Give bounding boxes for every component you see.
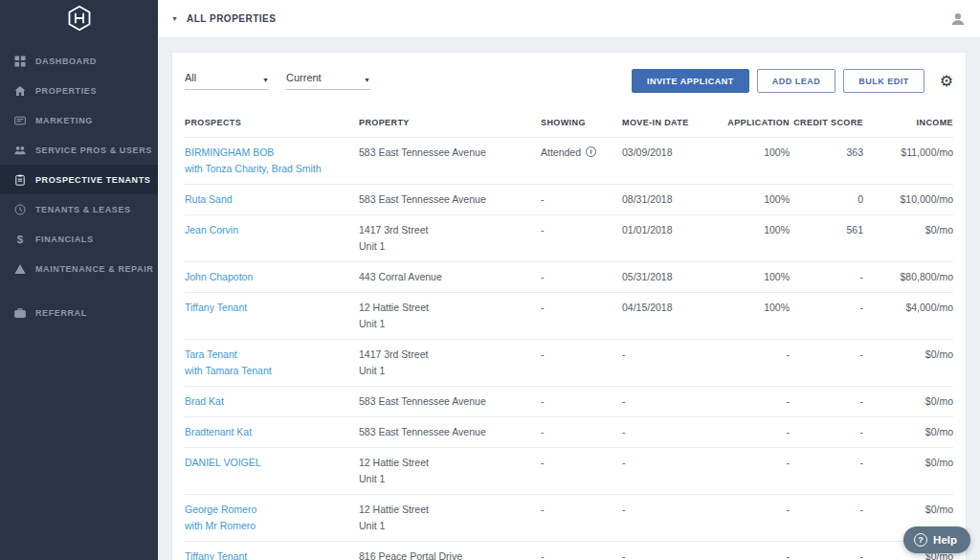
col-header-property: PROPERTY	[359, 118, 541, 127]
prospect-cell: Bradtenant Kat	[185, 424, 359, 440]
prospect-name-link[interactable]: Brad Kat	[185, 393, 359, 410]
marketing-icon	[13, 114, 26, 126]
credit-score-cell: -	[790, 269, 863, 285]
caret-down-icon: ▼	[262, 77, 269, 83]
property-unit: Unit 1	[359, 518, 541, 534]
property-unit: Unit 1	[359, 238, 541, 255]
prospect-co-applicants: with Tonza Charity, Brad Smith	[185, 161, 359, 177]
property-address: 583 East Tennessee Avenue	[359, 393, 541, 410]
status-filter-select[interactable]: Current ▼	[286, 72, 370, 90]
prospect-name-link[interactable]: DANIEL VOIGEL	[185, 455, 359, 471]
property-cell: 583 East Tennessee Avenue	[359, 393, 541, 410]
property-address: 443 Corral Avenue	[359, 269, 541, 285]
application-cell: -	[718, 393, 790, 410]
application-cell: 100%	[718, 145, 790, 177]
status-filter-value: Current	[286, 72, 322, 83]
toolbar: All ▼ Current ▼ INVITE APPLICANT ADD LEA…	[185, 53, 953, 105]
property-selector-dropdown[interactable]: ▼ ALL PROPERTIES	[171, 13, 276, 24]
sidebar-item-dashboard[interactable]: DASHBOARD	[0, 46, 158, 76]
sidebar-item-service-pros-users[interactable]: SERVICE PROS & USERS	[0, 135, 158, 165]
prospect-name-link[interactable]: BIRMINGHAM BOB	[185, 145, 359, 161]
sidebar-item-maintenance-repair[interactable]: MAINTENANCE & REPAIR	[0, 254, 158, 283]
application-cell: -	[718, 347, 790, 379]
table-row[interactable]: Bradtenant Kat 583 East Tennessee Avenue…	[185, 417, 953, 448]
property-filter-value: All	[185, 72, 196, 83]
col-header-showing: SHOWING	[541, 118, 622, 127]
property-filter-select[interactable]: All ▼	[185, 72, 269, 90]
sidebar-item-referral[interactable]: REFERRAL	[0, 298, 158, 327]
table-row[interactable]: DANIEL VOIGEL 12 Hattie Street Unit 1 - …	[185, 448, 953, 495]
property-unit: Unit 1	[359, 363, 541, 379]
property-cell: 12 Hattie Street Unit 1	[359, 502, 541, 534]
sidebar-item-marketing[interactable]: MARKETING	[0, 105, 158, 135]
credit-score-cell: -	[790, 455, 863, 487]
income-cell: $11,000/mo	[863, 145, 953, 177]
prospect-name-link[interactable]: Tiffany Tenant	[185, 549, 359, 560]
property-address: 12 Hattie Street	[359, 455, 541, 471]
income-cell: $4,000/mo	[863, 300, 953, 332]
prospect-name-link[interactable]: Tara Tenant	[185, 347, 359, 363]
user-account-icon[interactable]	[949, 11, 967, 28]
prospect-name-link[interactable]: Jean Corvin	[185, 222, 359, 238]
application-cell: -	[718, 455, 790, 487]
sidebar: DASHBOARD PROPERTIES MARKETING SERVICE P…	[0, 0, 158, 560]
briefcase-icon	[13, 306, 26, 319]
sidebar-item-label: PROPERTIES	[35, 86, 97, 96]
table-row[interactable]: Ruta Sand 583 East Tennessee Avenue - 08…	[185, 185, 953, 215]
sidebar-item-prospective-tenants[interactable]: PROSPECTIVE TENANTS	[0, 165, 158, 194]
application-cell: -	[718, 424, 790, 440]
prospect-name-link[interactable]: Ruta Sand	[185, 191, 359, 208]
credit-score-cell: -	[790, 347, 863, 379]
table-row[interactable]: Tiffany Tenant 816 Peace Portal Drive - …	[185, 542, 953, 560]
showing-status: -	[541, 393, 545, 410]
table-row[interactable]: George Romero with Mr Romero 12 Hattie S…	[185, 495, 953, 542]
sidebar-item-label: MAINTENANCE & REPAIR	[35, 264, 153, 274]
income-cell: $0/mo	[863, 347, 953, 379]
showing-status: -	[541, 269, 545, 285]
dollar-icon: $	[13, 233, 26, 245]
move-in-date-cell: -	[622, 502, 718, 534]
info-icon[interactable]: i	[586, 146, 596, 157]
table-row[interactable]: Jean Corvin 1417 3rd Street Unit 1 - 01/…	[185, 215, 953, 262]
table-row[interactable]: Tara Tenant with Tamara Tenant 1417 3rd …	[185, 340, 953, 387]
sidebar-item-properties[interactable]: PROPERTIES	[0, 76, 158, 105]
application-cell: 100%	[718, 300, 790, 332]
main-area: ▼ ALL PROPERTIES All ▼ Curr	[158, 0, 980, 560]
add-lead-button[interactable]: ADD LEAD	[757, 69, 836, 93]
move-in-date-cell: -	[622, 549, 718, 560]
showing-cell: Attended i	[541, 145, 622, 177]
sidebar-item-label: FINANCIALS	[35, 235, 94, 244]
caret-down-icon: ▼	[171, 15, 178, 22]
help-button[interactable]: ? Help	[903, 526, 970, 553]
property-address: 583 East Tennessee Avenue	[359, 145, 541, 161]
showing-cell: -	[541, 549, 622, 560]
caret-down-icon: ▼	[364, 77, 370, 83]
sidebar-item-label: TENANTS & LEASES	[35, 205, 131, 214]
sidebar-item-tenants-leases[interactable]: TENANTS & LEASES	[0, 194, 158, 224]
bulk-edit-button[interactable]: BULK EDIT	[843, 69, 924, 93]
table-row[interactable]: Tiffany Tenant 12 Hattie Street Unit 1 -…	[185, 293, 953, 340]
table-row[interactable]: BIRMINGHAM BOB with Tonza Charity, Brad …	[185, 138, 953, 185]
showing-cell: -	[541, 424, 622, 440]
showing-status: -	[541, 455, 545, 471]
home-icon	[13, 84, 26, 97]
settings-gear-icon[interactable]: ⚙	[940, 74, 953, 89]
prospect-name-link[interactable]: Bradtenant Kat	[185, 424, 359, 440]
invite-applicant-button[interactable]: INVITE APPLICANT	[632, 69, 749, 93]
credit-score-cell: 561	[790, 222, 863, 255]
prospect-cell: John Chapoton	[185, 269, 359, 285]
sidebar-item-financials[interactable]: $ FINANCIALS	[0, 224, 158, 254]
table-row[interactable]: John Chapoton 443 Corral Avenue - 05/31/…	[185, 262, 953, 293]
prospect-name-link[interactable]: George Romero	[185, 502, 359, 518]
table-row[interactable]: Brad Kat 583 East Tennessee Avenue - - -…	[185, 387, 953, 417]
col-header-prospects: PROSPECTS	[185, 118, 359, 127]
move-in-date-cell: -	[622, 455, 718, 487]
move-in-date-cell: 05/31/2018	[622, 269, 718, 285]
property-address: 12 Hattie Street	[359, 300, 541, 316]
prospect-name-link[interactable]: John Chapoton	[185, 269, 359, 285]
property-cell: 583 East Tennessee Avenue	[359, 191, 541, 208]
property-cell: 12 Hattie Street Unit 1	[359, 300, 541, 332]
prospect-name-link[interactable]: Tiffany Tenant	[185, 300, 359, 316]
showing-status: -	[541, 191, 545, 208]
col-header-move-in-date: MOVE-IN DATE	[622, 118, 718, 127]
